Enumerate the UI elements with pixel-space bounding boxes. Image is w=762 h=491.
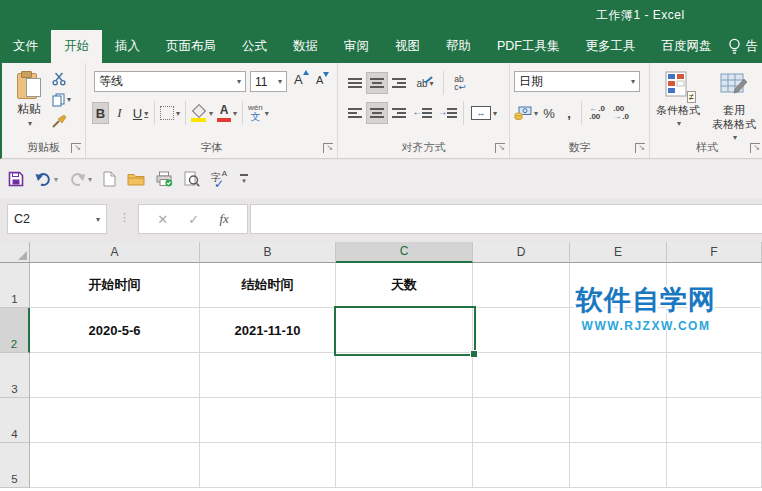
undo-dropdown-arrow[interactable]: ▾ [54,175,58,184]
cell-F1[interactable] [667,263,762,308]
cell-F3[interactable] [667,353,762,398]
cut-button[interactable] [52,71,71,86]
cell-C3[interactable] [336,353,473,398]
cell-C5[interactable] [336,443,473,488]
redo-dropdown-arrow[interactable]: ▾ [88,175,92,184]
merge-dropdown-arrow[interactable]: ▾ [493,109,497,118]
column-header-F[interactable]: F [667,242,762,263]
column-header-B[interactable]: B [200,242,336,263]
conditional-formatting-dropdown-arrow[interactable]: ▾ [654,119,704,128]
italic-button[interactable]: I [109,102,130,124]
cell-A4[interactable] [30,398,200,443]
cell-A3[interactable] [30,353,200,398]
cell-F5[interactable] [667,443,762,488]
paste-dropdown-arrow[interactable]: ▾ [12,119,48,128]
enter-button[interactable]: ✓ [188,212,199,227]
tab-file[interactable]: 文件 [0,30,51,63]
new-document-button[interactable] [103,171,116,187]
tab-pdf-tools[interactable]: PDF工具集 [484,30,573,63]
cell-F2[interactable] [667,308,762,353]
cell-B3[interactable] [200,353,336,398]
cell-F4[interactable] [667,398,762,443]
name-box-resize-handle[interactable]: ⋮ [119,211,129,224]
align-right-button[interactable] [388,102,410,124]
cell-D4[interactable] [473,398,570,443]
formula-bar-input[interactable] [250,204,762,234]
percent-style-button[interactable]: % [538,102,560,124]
borders-dropdown-arrow[interactable]: ▾ [176,109,180,118]
tab-insert[interactable]: 插入 [102,30,153,63]
bold-button[interactable]: B [92,102,109,124]
shrink-font-button[interactable]: A [316,74,323,86]
row-header-3[interactable]: 3 [0,353,30,398]
wrap-text-button[interactable]: ab c↩ [447,72,473,94]
align-center-button[interactable] [366,102,388,124]
insert-function-button[interactable]: fx [219,211,228,227]
cell-E4[interactable] [570,398,667,443]
spell-check-button[interactable]: 字 A ✓ [211,171,229,188]
merge-center-button[interactable]: ↔ ▾ [467,102,501,124]
column-header-D[interactable]: D [473,242,570,263]
cell-A2[interactable]: 2020-5-6 [30,308,200,353]
cell-D1[interactable] [473,263,570,308]
tell-me-button[interactable]: 告 [728,30,762,63]
font-color-button[interactable]: A ▾ [215,102,239,124]
cell-C4[interactable] [336,398,473,443]
grow-font-button[interactable]: A [294,72,303,87]
select-all-corner[interactable] [0,242,30,263]
increase-indent-button[interactable]: → [435,102,460,124]
cell-E3[interactable] [570,353,667,398]
cell-D3[interactable] [473,353,570,398]
column-header-E[interactable]: E [570,242,667,263]
column-header-C[interactable]: C [336,242,473,263]
cell-B1[interactable]: 结始时间 [200,263,336,308]
decrease-decimal-button[interactable]: .00 →.0 [609,102,633,124]
accounting-format-button[interactable]: ▾ [514,102,538,124]
cell-B5[interactable] [200,443,336,488]
selected-cell-outline[interactable] [334,306,476,356]
row-header-1[interactable]: 1 [0,263,30,308]
decrease-indent-button[interactable]: ← [410,102,435,124]
tab-review[interactable]: 审阅 [331,30,382,63]
format-as-table-button[interactable]: 套用 表格格式 ▾ [708,71,760,143]
comma-style-button[interactable]: , [560,102,578,124]
phonetic-guide-button[interactable]: wén 文 ▾ [246,102,271,124]
tab-formulas[interactable]: 公式 [229,30,280,63]
tab-help[interactable]: 帮助 [433,30,484,63]
tab-home[interactable]: 开始 [51,30,102,63]
save-button[interactable] [8,171,24,187]
copy-dropdown-arrow[interactable]: ▾ [67,95,71,104]
tab-view[interactable]: 视图 [382,30,433,63]
fill-color-dropdown-arrow[interactable]: ▾ [209,109,213,118]
format-painter-button[interactable] [52,113,71,128]
alignment-dialog-launcher[interactable]: ↘ [495,143,505,153]
number-dialog-launcher[interactable]: ↘ [635,143,645,153]
number-format-select[interactable]: 日期 ▾ [514,71,640,92]
cell-C1[interactable]: 天数 [336,263,473,308]
quick-print-button[interactable] [156,171,173,187]
fill-color-button[interactable]: ▾ [189,102,215,124]
underline-dropdown-arrow[interactable]: ▾ [144,109,148,118]
borders-button[interactable]: ▾ [158,102,182,124]
tab-data[interactable]: 数据 [280,30,331,63]
styles-dialog-launcher[interactable]: ↘ [750,143,760,153]
orientation-button[interactable]: ab ▾ [410,72,440,94]
name-box-dropdown-arrow[interactable]: ▾ [96,215,100,224]
customize-qat-button[interactable]: ▾ [240,174,248,184]
cell-D2[interactable] [473,308,570,353]
font-color-dropdown-arrow[interactable]: ▾ [233,109,237,118]
align-middle-button[interactable] [366,72,388,94]
name-box[interactable]: C2 ▾ [7,204,107,234]
align-bottom-button[interactable] [388,72,410,94]
fill-handle[interactable] [470,350,478,358]
open-button[interactable] [127,172,145,186]
cancel-button[interactable]: ✕ [157,212,168,227]
paste-button[interactable]: 粘贴 ▾ [10,71,48,128]
cell-E2[interactable] [570,308,667,353]
tab-more-tools[interactable]: 更多工具 [573,30,649,63]
font-size-select[interactable]: 11 ▾ [250,71,287,92]
conditional-formatting-button[interactable]: ≠ 条件格式 ▾ [652,71,704,128]
underline-button[interactable]: U ▾ [130,102,151,124]
redo-button[interactable]: ▾ [69,172,92,187]
font-name-select[interactable]: 等线 ▾ [94,71,246,92]
